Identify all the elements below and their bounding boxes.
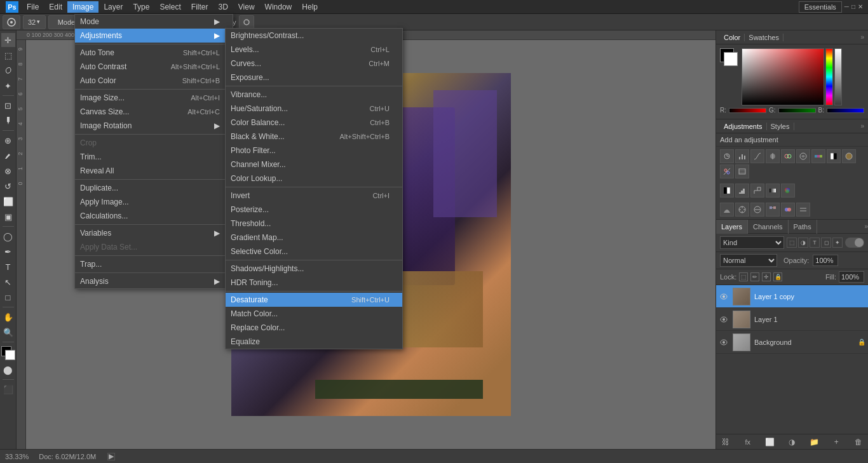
adj-exposure[interactable] bbox=[766, 149, 780, 163]
menu-edit[interactable]: Edit bbox=[44, 1, 67, 13]
menu-autotone-item[interactable]: Auto Tone Shift+Ctrl+L bbox=[75, 46, 233, 60]
adj-matchcolor-item[interactable]: Match Color... bbox=[226, 307, 402, 321]
adj-channelmixer[interactable] bbox=[720, 164, 734, 178]
brush-size-btn[interactable]: 32 ▼ bbox=[23, 15, 46, 29]
adj-matchcolor[interactable] bbox=[766, 203, 780, 217]
menu-autocolor-item[interactable]: Auto Color Shift+Ctrl+B bbox=[75, 74, 233, 88]
adj-colorlookup[interactable] bbox=[735, 164, 749, 178]
menu-imagesize-item[interactable]: Image Size... Alt+Ctrl+I bbox=[75, 91, 233, 105]
tool-wand[interactable]: ✦ bbox=[1, 79, 15, 93]
tool-crop[interactable]: ⊡ bbox=[1, 98, 15, 112]
menu-layer[interactable]: Layer bbox=[98, 1, 128, 13]
channel-g-bar[interactable] bbox=[778, 108, 816, 113]
paths-tab[interactable]: Paths bbox=[789, 220, 817, 234]
adj-exposure-item[interactable]: Exposure... bbox=[226, 70, 402, 84]
background-color[interactable] bbox=[5, 350, 15, 360]
menu-3d[interactable]: 3D bbox=[213, 1, 233, 13]
menu-rotation-item[interactable]: Image Rotation ▶ bbox=[75, 119, 233, 133]
adj-hdrtoning-item[interactable]: HDR Toning... bbox=[226, 276, 402, 290]
maximize-btn[interactable]: □ bbox=[851, 3, 855, 10]
menu-analysis-item[interactable]: Analysis ▶ bbox=[75, 274, 233, 288]
tool-gradient[interactable]: ▣ bbox=[1, 210, 15, 224]
tool-clone[interactable]: ⊗ bbox=[1, 164, 15, 178]
adj-hdrtoning[interactable] bbox=[735, 203, 749, 217]
adj-colorbalance-item[interactable]: Color Balance... Ctrl+B bbox=[226, 116, 402, 130]
opacity-input[interactable] bbox=[813, 255, 838, 266]
tool-zoom[interactable]: 🔍 bbox=[1, 325, 15, 339]
channel-r-bar[interactable] bbox=[729, 108, 766, 113]
add-mask-btn[interactable]: ⬜ bbox=[764, 436, 776, 448]
filter-shape-icon[interactable]: ◻ bbox=[821, 238, 831, 248]
menu-canvassize-item[interactable]: Canvas Size... Alt+Ctrl+C bbox=[75, 105, 233, 119]
menu-view[interactable]: View bbox=[233, 1, 260, 13]
adj-invert-item[interactable]: Invert Ctrl+I bbox=[226, 189, 402, 203]
adj-selectivecolor-item[interactable]: Selective Color... bbox=[226, 245, 402, 258]
adj-channelmixer-item[interactable]: Channel Mixer... bbox=[226, 158, 402, 171]
styles-tab[interactable]: Styles bbox=[767, 123, 794, 130]
fill-input[interactable] bbox=[839, 271, 864, 283]
adj-invert[interactable] bbox=[720, 184, 734, 198]
minimize-btn[interactable]: ─ bbox=[844, 3, 849, 10]
filter-pixel-icon[interactable]: ⬚ bbox=[787, 238, 797, 248]
lock-position-btn[interactable]: ✛ bbox=[762, 272, 771, 281]
menu-file[interactable]: File bbox=[22, 1, 44, 13]
adj-desaturate-item[interactable]: Desaturate Shift+Ctrl+U bbox=[226, 293, 402, 307]
adj-photofilter[interactable] bbox=[842, 149, 856, 163]
adj-threshold-item[interactable]: Threshold... bbox=[226, 217, 402, 231]
layer-1-visibility[interactable] bbox=[719, 314, 729, 325]
background-swatch[interactable] bbox=[724, 52, 738, 66]
adj-colorlookup-item[interactable]: Color Lookup... bbox=[226, 171, 402, 185]
menu-duplicate-item[interactable]: Duplicate... bbox=[75, 181, 233, 195]
tool-marquee[interactable]: ⬚ bbox=[1, 48, 15, 62]
tool-path-select[interactable]: ↖ bbox=[1, 275, 15, 289]
adj-vibrance-item[interactable]: Vibrance... bbox=[226, 88, 402, 102]
new-layer-btn[interactable]: + bbox=[831, 436, 842, 448]
menu-autocontrast-item[interactable]: Auto Contrast Alt+Shift+Ctrl+L bbox=[75, 60, 233, 74]
tool-screen-mode[interactable]: ⬛ bbox=[1, 382, 15, 396]
color-tab[interactable]: Color bbox=[720, 34, 745, 41]
filter-adjustment-icon[interactable]: ◑ bbox=[798, 238, 808, 248]
color-panel-collapse[interactable]: » bbox=[860, 34, 864, 41]
tool-history-brush[interactable]: ↺ bbox=[1, 179, 15, 193]
tool-pen[interactable]: ✒ bbox=[1, 245, 15, 258]
tool-eyedropper[interactable] bbox=[1, 114, 15, 128]
adj-posterize-item[interactable]: Posterize... bbox=[226, 203, 402, 217]
adj-colorbalance[interactable] bbox=[811, 149, 825, 163]
adj-gradientmap-item[interactable]: Gradient Map... bbox=[226, 231, 402, 245]
adj-threshold[interactable] bbox=[750, 184, 764, 198]
group-layers-btn[interactable]: 📁 bbox=[808, 436, 820, 448]
background-layer-item[interactable]: Background 🔒 bbox=[716, 331, 868, 354]
adj-desaturate[interactable] bbox=[750, 203, 764, 217]
tool-brush[interactable] bbox=[1, 149, 15, 163]
adj-hsl-item[interactable]: Hue/Saturation... Ctrl+U bbox=[226, 102, 402, 116]
adj-shadowhighlight[interactable] bbox=[720, 203, 734, 217]
menu-trap-item[interactable]: Trap... bbox=[75, 257, 233, 271]
hue-slider[interactable] bbox=[825, 48, 833, 105]
swatches-tab[interactable]: Swatches bbox=[745, 34, 783, 41]
adjustment-layer-btn[interactable]: ◑ bbox=[786, 436, 797, 448]
channels-tab[interactable]: Channels bbox=[748, 220, 788, 234]
link-layers-btn[interactable]: ⛓ bbox=[720, 436, 731, 448]
menu-trim-item[interactable]: Trim... bbox=[75, 150, 233, 164]
lock-all-btn[interactable]: 🔒 bbox=[773, 272, 782, 281]
adj-equalize[interactable] bbox=[796, 203, 810, 217]
adj-posterize[interactable] bbox=[735, 184, 749, 198]
delete-layer-btn[interactable]: 🗑 bbox=[853, 436, 864, 448]
tool-dodge[interactable]: ◯ bbox=[1, 229, 15, 243]
tool-quickmask[interactable]: ⬤ bbox=[1, 363, 15, 377]
adj-brightness[interactable] bbox=[720, 149, 734, 163]
tool-hand[interactable]: ✋ bbox=[1, 310, 15, 324]
fx-btn[interactable]: fx bbox=[742, 436, 754, 448]
adj-replacecolor[interactable] bbox=[781, 203, 795, 217]
tool-preset-btn[interactable] bbox=[3, 15, 20, 29]
adj-levels[interactable] bbox=[735, 149, 749, 163]
menu-help[interactable]: Help bbox=[297, 1, 323, 13]
tool-shape[interactable]: □ bbox=[1, 290, 15, 304]
menu-mode-item[interactable]: Mode ▶ bbox=[75, 15, 233, 29]
settings-btn[interactable] bbox=[239, 15, 254, 29]
color-picker-area[interactable] bbox=[1, 346, 15, 360]
adj-photofilter-item[interactable]: Photo Filter... bbox=[226, 144, 402, 158]
layer-1-copy-item[interactable]: Layer 1 copy bbox=[716, 285, 868, 308]
layers-tab[interactable]: Layers bbox=[716, 220, 748, 234]
tool-text[interactable]: T bbox=[1, 260, 15, 274]
